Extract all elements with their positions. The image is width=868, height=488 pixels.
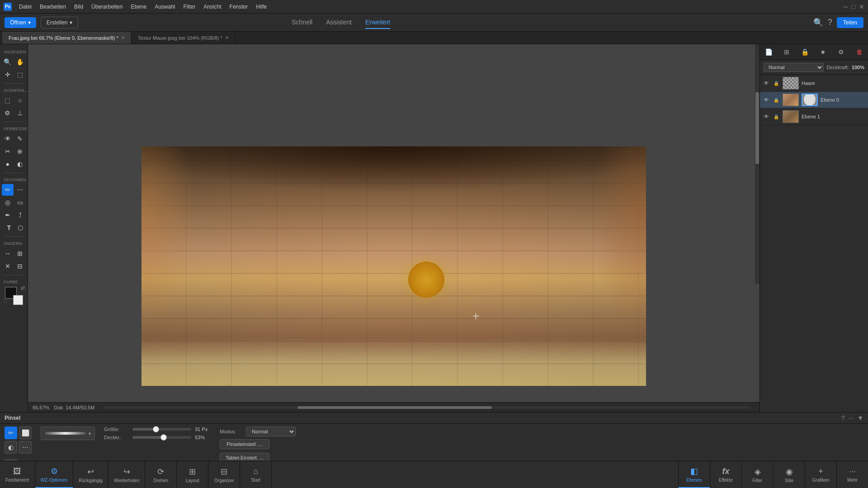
- brush-erase-btn[interactable]: ⬜: [19, 427, 32, 439]
- hscroll-thumb[interactable]: [297, 406, 491, 409]
- menu-ebene[interactable]: Ebene: [127, 2, 150, 11]
- opacity-slider[interactable]: [132, 436, 191, 439]
- menu-datei[interactable]: Datei: [15, 2, 35, 11]
- help-icon[interactable]: ?: [828, 18, 832, 27]
- nav-stile[interactable]: ◉ Stile: [773, 461, 805, 488]
- brush-standard-btn[interactable]: ✏: [5, 427, 17, 439]
- layer-visibility-haare[interactable]: 👁: [764, 80, 771, 86]
- brush-impressionist-btn[interactable]: ⋯: [19, 441, 32, 454]
- nav-mehr[interactable]: ··· Mehr: [836, 461, 868, 488]
- menu-filter[interactable]: Filter: [180, 2, 199, 11]
- size-slider[interactable]: [132, 428, 191, 431]
- size-slider-thumb[interactable]: [153, 426, 159, 432]
- blend-mode-select[interactable]: Normal: [764, 63, 824, 72]
- clone-tool[interactable]: ✎: [14, 133, 26, 145]
- close-btn[interactable]: ✕: [859, 3, 864, 10]
- tab-assistent[interactable]: Assistent: [326, 16, 352, 29]
- marquee-tool[interactable]: ⬚: [14, 69, 26, 80]
- nav-layout[interactable]: ⊞ Layout: [177, 461, 208, 488]
- nav-rueckgaengig[interactable]: ↩ Rückgängig: [73, 461, 108, 488]
- layer-lock-ebene1[interactable]: 🔒: [774, 114, 780, 119]
- lasso-tool[interactable]: ⊥: [14, 107, 26, 119]
- create-button[interactable]: Erstellen ▾: [41, 17, 78, 28]
- brush-color-btn[interactable]: ◐: [5, 441, 17, 454]
- nav-filter[interactable]: ◈ Filter: [741, 461, 773, 488]
- object-select-tool[interactable]: ⚙: [2, 107, 14, 119]
- layer-visibility-ebene0[interactable]: 👁: [764, 97, 771, 103]
- reset-colors-icon[interactable]: ⬚: [3, 299, 7, 303]
- nav-fotobereich[interactable]: 🖼 Fotobereich: [0, 461, 35, 488]
- nav-ebenen[interactable]: ◧ Ebenen: [678, 461, 710, 488]
- nav-wz-optionen[interactable]: ⚙ WZ-Optionen: [35, 461, 73, 488]
- pen-tool[interactable]: ✒: [2, 209, 14, 221]
- canvas-vertical-scrollbar[interactable]: [755, 44, 760, 284]
- ruler-tool[interactable]: ⊟: [14, 260, 26, 272]
- dodge-tool[interactable]: ●: [2, 158, 14, 170]
- panel-settings-icon[interactable]: ⚙: [836, 47, 846, 57]
- tab-schnell[interactable]: Schnell: [292, 16, 312, 29]
- erase-tool[interactable]: ✕: [2, 260, 14, 272]
- move-tool[interactable]: ✛: [2, 69, 14, 80]
- menu-bearbeiten[interactable]: Bearbeiten: [36, 2, 70, 11]
- nav-wiederholen[interactable]: ↪ Wiederholen: [108, 461, 145, 488]
- nav-grafiken[interactable]: + Grafiken: [805, 461, 836, 488]
- panel-lock-icon[interactable]: 🔒: [800, 47, 810, 57]
- tab-erweitert[interactable]: Erweitert: [365, 16, 390, 29]
- path-tool[interactable]: ⤴: [14, 209, 26, 221]
- menu-fenster[interactable]: Fenster: [226, 2, 252, 11]
- panel-delete-icon[interactable]: 🗑: [854, 47, 864, 57]
- layer-visibility-ebene1[interactable]: 👁: [764, 113, 771, 120]
- nav-organizer[interactable]: ⊟ Organizer: [208, 461, 240, 488]
- nav-effekte[interactable]: fx Effekte: [710, 461, 741, 488]
- maximize-btn[interactable]: □: [852, 3, 855, 10]
- menu-bild[interactable]: Bild: [71, 2, 87, 11]
- close-doc-0[interactable]: ✕: [121, 35, 125, 40]
- vector-tool[interactable]: ⬡: [15, 222, 26, 234]
- panel-new-icon[interactable]: 📄: [764, 47, 774, 57]
- menu-ueberarbeiten[interactable]: Überarbeiten: [88, 2, 126, 11]
- background-color[interactable]: [13, 295, 23, 305]
- tool-collapse-icon[interactable]: ▼: [857, 414, 863, 422]
- menu-auswahl[interactable]: Auswahl: [151, 2, 179, 11]
- nav-drehen[interactable]: ⟳ Drehen: [145, 461, 177, 488]
- mixer-tool[interactable]: ⋯: [14, 184, 26, 196]
- modus-select[interactable]: Normal: [246, 427, 296, 436]
- eye-tool[interactable]: 👁: [2, 133, 14, 145]
- zoom-tool[interactable]: 🔍: [2, 56, 14, 68]
- doc-tab-0[interactable]: Frau.jpeg bei 66,7% (Ebene 0, Ebenenmask…: [2, 32, 132, 44]
- doc-tab-1[interactable]: Textur Mauer.jpeg bei 104% (RGB/8) * ✕: [132, 32, 236, 44]
- close-doc-1[interactable]: ✕: [225, 35, 229, 40]
- menu-hilfe[interactable]: Hilfe: [252, 2, 270, 11]
- search-icon[interactable]: 🔍: [813, 18, 823, 28]
- canvas-image[interactable]: [142, 146, 646, 386]
- share-button[interactable]: Teilen: [837, 17, 863, 28]
- minimize-btn[interactable]: ─: [844, 3, 848, 10]
- text-tool[interactable]: T: [4, 222, 14, 234]
- shape-tool[interactable]: ▭: [14, 197, 26, 208]
- tool-help-icon[interactable]: ?: [841, 414, 845, 422]
- layer-item-haare[interactable]: 👁 🔒 Haare: [760, 75, 868, 92]
- layer-lock-haare[interactable]: 🔒: [774, 81, 780, 86]
- heal-tool[interactable]: ✂: [2, 145, 14, 157]
- panel-star-icon[interactable]: ★: [818, 47, 828, 57]
- layer-item-ebene1[interactable]: 👁 🔒 Ebene 1: [760, 108, 868, 125]
- panel-grid-icon[interactable]: ⊞: [782, 47, 792, 57]
- crop-tool[interactable]: ↔: [2, 248, 14, 259]
- pinseleinstell-button[interactable]: Pinseleinstell. ...: [220, 439, 269, 449]
- layer-item-ebene0[interactable]: 👁 🔒 Ebene 0: [760, 92, 868, 108]
- open-button[interactable]: Öffnen ▾: [5, 17, 36, 28]
- opacity-slider-thumb[interactable]: [160, 434, 167, 441]
- hand-tool[interactable]: ✋: [14, 56, 26, 68]
- swap-colors-icon[interactable]: ⇄: [21, 285, 25, 291]
- ellipse-select-tool[interactable]: ○: [14, 94, 26, 106]
- vscroll-thumb[interactable]: [755, 92, 759, 164]
- nav-start[interactable]: ⌂ Start: [240, 461, 272, 488]
- slice-tool[interactable]: ⊞: [14, 248, 26, 259]
- layer-lock-ebene0[interactable]: 🔒: [774, 98, 780, 103]
- brush-preset-selector[interactable]: ▾: [41, 427, 95, 440]
- patch-tool[interactable]: ⊕: [14, 145, 26, 157]
- gradient-tool[interactable]: ◎: [2, 197, 14, 208]
- burn-tool[interactable]: ◐: [14, 158, 26, 170]
- menu-ansicht[interactable]: Ansicht: [200, 2, 225, 11]
- brush-tool[interactable]: ✏: [2, 184, 14, 196]
